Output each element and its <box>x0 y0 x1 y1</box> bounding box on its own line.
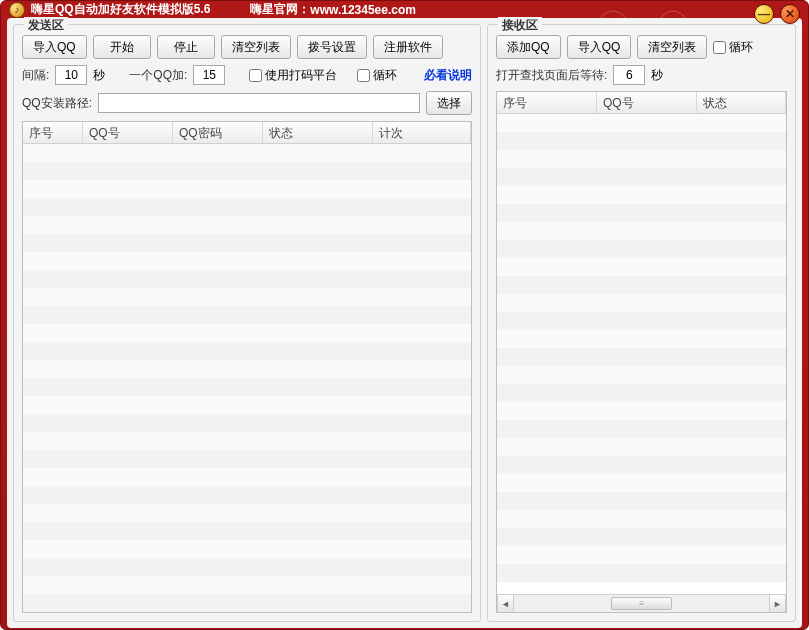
table-row[interactable] <box>497 114 786 132</box>
table-row[interactable] <box>23 270 471 288</box>
register-button[interactable]: 注册软件 <box>373 35 443 59</box>
table-row[interactable] <box>23 576 471 594</box>
table-row[interactable] <box>23 234 471 252</box>
table-row[interactable] <box>497 222 786 240</box>
table-row[interactable] <box>23 306 471 324</box>
dial-settings-button[interactable]: 拨号设置 <box>297 35 367 59</box>
table-row[interactable] <box>23 396 471 414</box>
table-row[interactable] <box>23 198 471 216</box>
table-row[interactable] <box>497 510 786 528</box>
table-row[interactable] <box>497 240 786 258</box>
add-qq-button[interactable]: 添加QQ <box>496 35 561 59</box>
app-icon: ♪ <box>9 2 25 18</box>
scroll-left-icon[interactable]: ◄ <box>497 595 514 612</box>
interval-input[interactable] <box>55 65 87 85</box>
send-loop-input[interactable] <box>357 69 370 82</box>
table-row[interactable] <box>497 168 786 186</box>
table-row[interactable] <box>23 162 471 180</box>
send-table: 序号 QQ号 QQ密码 状态 计次 <box>22 121 472 613</box>
table-row[interactable] <box>497 546 786 564</box>
use-dama-input[interactable] <box>249 69 262 82</box>
recv-loop-checkbox[interactable]: 循环 <box>713 39 753 56</box>
close-button[interactable]: ✕ <box>780 4 800 24</box>
table-row[interactable] <box>497 330 786 348</box>
recv-table-body[interactable] <box>497 114 786 594</box>
table-row[interactable] <box>497 204 786 222</box>
client-area: 发送区 导入QQ 开始 停止 清空列表 拨号设置 注册软件 间隔: 秒 一个QQ… <box>7 18 802 628</box>
recv-col-seq[interactable]: 序号 <box>497 92 597 113</box>
mustread-link[interactable]: 必看说明 <box>424 67 472 84</box>
table-row[interactable] <box>23 558 471 576</box>
table-row[interactable] <box>497 348 786 366</box>
choose-path-button[interactable]: 选择 <box>426 91 472 115</box>
table-row[interactable] <box>23 540 471 558</box>
table-row[interactable] <box>23 378 471 396</box>
send-col-seq[interactable]: 序号 <box>23 122 83 143</box>
table-row[interactable] <box>23 216 471 234</box>
table-row[interactable] <box>23 252 471 270</box>
table-row[interactable] <box>497 258 786 276</box>
scroll-thumb[interactable]: ≡ <box>611 597 672 610</box>
table-row[interactable] <box>497 312 786 330</box>
table-row[interactable] <box>23 432 471 450</box>
table-row[interactable] <box>497 384 786 402</box>
table-row[interactable] <box>23 360 471 378</box>
table-row[interactable] <box>23 486 471 504</box>
perqq-input[interactable] <box>193 65 225 85</box>
open-wait-label: 打开查找页面后等待: <box>496 67 607 84</box>
clear-list-button[interactable]: 清空列表 <box>221 35 291 59</box>
send-col-qq[interactable]: QQ号 <box>83 122 173 143</box>
table-row[interactable] <box>23 288 471 306</box>
recv-col-qq[interactable]: QQ号 <box>597 92 697 113</box>
table-row[interactable] <box>497 132 786 150</box>
send-col-count[interactable]: 计次 <box>373 122 471 143</box>
send-loop-checkbox[interactable]: 循环 <box>357 67 397 84</box>
recv-table: 序号 QQ号 状态 ◄ ≡ ► <box>496 91 787 613</box>
table-row[interactable] <box>497 564 786 582</box>
recv-hscrollbar[interactable]: ◄ ≡ ► <box>497 594 786 612</box>
table-row[interactable] <box>497 420 786 438</box>
recv-loop-input[interactable] <box>713 41 726 54</box>
recv-clear-list-button[interactable]: 清空列表 <box>637 35 707 59</box>
table-row[interactable] <box>23 468 471 486</box>
table-row[interactable] <box>497 492 786 510</box>
install-path-input[interactable] <box>98 93 420 113</box>
table-row[interactable] <box>497 438 786 456</box>
table-row[interactable] <box>23 522 471 540</box>
open-wait-input[interactable] <box>613 65 645 85</box>
minimize-button[interactable]: — <box>754 4 774 24</box>
send-panel-title: 发送区 <box>24 17 68 34</box>
stop-button[interactable]: 停止 <box>157 35 215 59</box>
site-label: 嗨星官网： <box>250 1 310 18</box>
table-row[interactable] <box>23 144 471 162</box>
table-row[interactable] <box>497 276 786 294</box>
table-row[interactable] <box>497 150 786 168</box>
table-row[interactable] <box>23 594 471 612</box>
table-row[interactable] <box>497 528 786 546</box>
send-col-pwd[interactable]: QQ密码 <box>173 122 263 143</box>
perqq-label: 一个QQ加: <box>129 67 187 84</box>
table-row[interactable] <box>497 294 786 312</box>
table-row[interactable] <box>497 474 786 492</box>
recv-import-qq-button[interactable]: 导入QQ <box>567 35 632 59</box>
table-row[interactable] <box>23 450 471 468</box>
scroll-right-icon[interactable]: ► <box>769 595 786 612</box>
table-row[interactable] <box>23 504 471 522</box>
send-table-body[interactable] <box>23 144 471 612</box>
titlebar: ♪ 嗨星QQ自动加好友软件模拟版5.6 嗨星官网： www.12345ee.co… <box>1 1 808 18</box>
table-row[interactable] <box>497 402 786 420</box>
table-row[interactable] <box>23 414 471 432</box>
send-col-status[interactable]: 状态 <box>263 122 373 143</box>
recv-col-status[interactable]: 状态 <box>697 92 786 113</box>
table-row[interactable] <box>23 324 471 342</box>
table-row[interactable] <box>23 342 471 360</box>
scroll-track[interactable]: ≡ <box>514 595 769 612</box>
site-url[interactable]: www.12345ee.com <box>310 3 416 17</box>
table-row[interactable] <box>497 186 786 204</box>
use-dama-checkbox[interactable]: 使用打码平台 <box>249 67 337 84</box>
start-button[interactable]: 开始 <box>93 35 151 59</box>
table-row[interactable] <box>23 180 471 198</box>
table-row[interactable] <box>497 366 786 384</box>
table-row[interactable] <box>497 456 786 474</box>
import-qq-button[interactable]: 导入QQ <box>22 35 87 59</box>
